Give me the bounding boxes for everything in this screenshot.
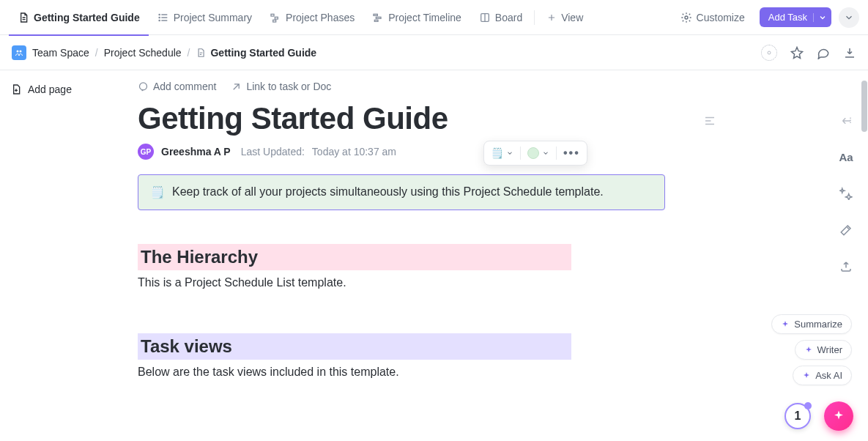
plus-page-icon: [10, 84, 22, 95]
add-comment-button[interactable]: Add comment: [138, 81, 216, 92]
svg-point-12: [20, 50, 22, 52]
notification-bubble[interactable]: 1: [784, 403, 811, 429]
tab-label: Project Summary: [174, 12, 252, 23]
popover-emoji: 🗒️: [491, 147, 503, 159]
timeline-icon: [372, 12, 384, 23]
block-toolbar-popover: 🗒️ •••: [483, 141, 587, 166]
left-sidebar: Add page: [0, 70, 125, 441]
ai-launcher-bubble[interactable]: [824, 401, 853, 431]
tab-label: Board: [495, 12, 522, 23]
tab-project-summary[interactable]: Project Summary: [149, 0, 261, 35]
callout-emoji[interactable]: 🗒️: [150, 185, 165, 199]
link-task-button[interactable]: Link to task or Doc: [231, 81, 331, 92]
add-page-button[interactable]: Add page: [10, 84, 114, 95]
breadcrumb-space[interactable]: Team Space: [32, 47, 89, 59]
svg-point-13: [768, 51, 771, 54]
section-body-taskviews[interactable]: Below are the task views included in thi…: [138, 366, 716, 379]
tabs-bar: Getting Started Guide Project Summary Pr…: [0, 0, 868, 35]
svg-rect-4: [275, 17, 278, 19]
share-icon[interactable]: [839, 260, 853, 273]
ask-ai-chip[interactable]: Ask AI: [793, 366, 852, 385]
chip-label: Writer: [817, 344, 842, 355]
comment-icon[interactable]: [817, 46, 830, 59]
doc-icon: [18, 12, 29, 23]
emoji-picker-button[interactable]: 🗒️: [487, 145, 517, 161]
notif-count: 1: [795, 410, 801, 423]
summarize-chip[interactable]: Summarize: [771, 314, 852, 334]
section-heading-hierarchy[interactable]: The Hierarchy: [138, 244, 571, 270]
callout-block[interactable]: 🗒️ Keep track of all your projects simul…: [138, 174, 665, 210]
writer-chip[interactable]: Writer: [795, 340, 852, 360]
download-icon[interactable]: [843, 46, 856, 59]
star-icon[interactable]: [790, 46, 804, 59]
document-area: Add comment Link to task or Doc Getting …: [125, 70, 824, 441]
more-menu-button[interactable]: [839, 7, 859, 28]
plus-icon: [546, 12, 557, 23]
breadcrumb-list[interactable]: Project Schedule: [104, 47, 182, 59]
breadcrumb-separator: /: [188, 47, 190, 59]
outline-icon[interactable]: [703, 114, 716, 127]
add-task-button[interactable]: Add Task: [760, 7, 831, 27]
space-icon: [12, 45, 26, 60]
updated-time: Today at 10:37 am: [312, 146, 396, 158]
tab-project-timeline[interactable]: Project Timeline: [363, 0, 470, 35]
section-heading-taskviews[interactable]: Task views: [138, 333, 571, 360]
comment-icon: [138, 81, 149, 92]
view-label: View: [561, 12, 583, 23]
list-icon: [157, 12, 169, 23]
gear-icon: [680, 12, 692, 23]
svg-rect-6: [374, 14, 377, 15]
scrollbar-thumb[interactable]: [861, 81, 867, 132]
chevron-down-icon: [542, 149, 549, 157]
link-icon: [231, 81, 242, 92]
svg-rect-5: [273, 20, 276, 22]
heading-text: The Hierarchy: [141, 245, 258, 269]
svg-point-14: [140, 82, 147, 89]
collapse-icon[interactable]: [839, 114, 853, 127]
ai-chips: Summarize Writer Ask AI: [771, 314, 852, 385]
customize-button[interactable]: Customize: [673, 12, 752, 23]
tab-getting-started[interactable]: Getting Started Guide: [9, 0, 149, 35]
color-picker-button[interactable]: [524, 145, 553, 161]
svg-point-11: [17, 50, 19, 52]
doc-meta: GP Greeshma A P Last Updated: Today at 1…: [138, 144, 716, 160]
callout-text[interactable]: Keep track of all your projects simultan…: [172, 185, 604, 199]
page-title[interactable]: Getting Started Guide: [138, 101, 716, 136]
breadcrumb-separator: /: [95, 47, 98, 59]
add-view-button[interactable]: View: [538, 0, 592, 35]
add-page-label: Add page: [28, 84, 72, 95]
svg-point-10: [685, 16, 688, 19]
assignee-picker[interactable]: [761, 45, 777, 61]
breadcrumb-doc[interactable]: Getting Started Guide: [210, 47, 316, 59]
add-task-label: Add Task: [768, 12, 807, 23]
more-options-button[interactable]: •••: [560, 144, 584, 162]
doc-inline-actions: Add comment Link to task or Doc: [138, 81, 716, 92]
chip-label: Summarize: [794, 319, 842, 330]
svg-rect-7: [376, 17, 382, 18]
breadcrumb-actions: [761, 45, 856, 61]
author-name[interactable]: Greeshma A P: [161, 146, 231, 158]
chevron-down-icon: [844, 12, 854, 23]
board-icon: [479, 12, 491, 23]
tab-project-phases[interactable]: Project Phases: [261, 0, 363, 35]
add-comment-label: Add comment: [153, 81, 216, 92]
doc-small-icon: [196, 48, 206, 58]
section-body-hierarchy[interactable]: This is a Project Schedule List template…: [138, 276, 716, 289]
divider: [534, 10, 535, 25]
tab-board[interactable]: Board: [470, 0, 531, 35]
tab-label: Project Timeline: [388, 12, 461, 23]
updated-label: Last Updated:: [241, 146, 305, 158]
svg-rect-3: [271, 14, 274, 16]
link-task-label: Link to task or Doc: [246, 81, 331, 92]
divider: [556, 147, 557, 160]
divider: [520, 147, 521, 160]
svg-point-2: [159, 20, 160, 21]
more-icon: •••: [563, 147, 580, 160]
wand-icon[interactable]: [839, 223, 853, 237]
svg-rect-8: [375, 20, 379, 21]
chevron-down-icon[interactable]: [813, 13, 827, 22]
ai-sparkle-icon[interactable]: [839, 187, 853, 200]
author-avatar[interactable]: GP: [138, 144, 154, 160]
typography-button[interactable]: Aa: [839, 151, 853, 163]
phases-icon: [270, 12, 281, 23]
